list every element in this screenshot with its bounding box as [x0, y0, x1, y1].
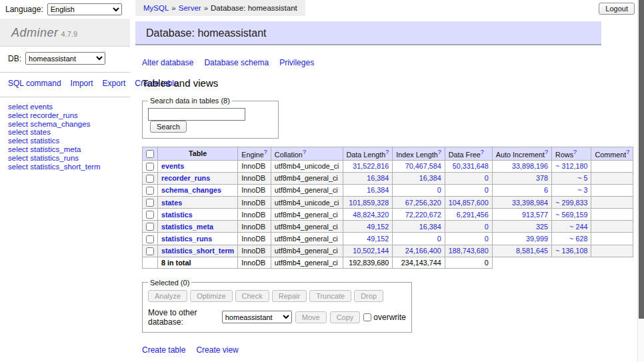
table-name-cell: recorder_runs [158, 172, 238, 184]
table-row: statesInnoDButf8mb4_unicode_ci101,859,32… [143, 197, 633, 209]
sidebar-table-link[interactable]: select schema_changes [8, 120, 90, 128]
total-empty-cell [143, 257, 158, 268]
search-input[interactable] [148, 108, 245, 121]
column-header-table: Table [158, 147, 238, 161]
move-db-select[interactable]: homeassistant [222, 311, 292, 323]
auto-increment-cell: 33,398,984 [492, 197, 551, 209]
breadcrumb-link[interactable]: Server [179, 4, 201, 12]
scrollbar-thumb[interactable] [639, 0, 644, 319]
index-length-cell: 0 [393, 233, 445, 245]
sidebar-link[interactable]: Import [71, 79, 93, 88]
row-checkbox-cell [143, 184, 158, 196]
breadcrumb-separator: » [171, 4, 175, 12]
collation-cell: utf8mb4_unicode_ci [271, 197, 343, 209]
logout-button[interactable]: Logout [599, 3, 635, 15]
sidebar-link[interactable]: Export [103, 79, 126, 88]
data-free-cell: 6,291,456 [445, 209, 492, 221]
breadcrumb-separator: » [204, 4, 208, 12]
table-name-cell: statistics_short_term [158, 245, 238, 257]
drop-button[interactable]: Drop [354, 290, 383, 302]
column-label: Data Length [347, 151, 386, 159]
move-button[interactable]: Move [295, 311, 327, 323]
help-link[interactable]: ? [573, 149, 577, 155]
table-name-link[interactable]: statistics [161, 211, 193, 219]
optimize-button[interactable]: Optimize [190, 290, 232, 302]
repair-button[interactable]: Repair [272, 290, 307, 302]
collation-cell: utf8mb4_general_ci [271, 221, 343, 233]
breadcrumb-link[interactable]: MySQL [143, 4, 169, 12]
index-length-cell: 16,384 [393, 172, 445, 184]
sidebar-table-link[interactable]: select statistics [8, 137, 59, 145]
database-action-link[interactable]: Database schema [204, 58, 269, 67]
row-checkbox[interactable] [146, 235, 154, 243]
data-free-cell: 104,857,600 [445, 197, 492, 209]
sidebar-table-link[interactable]: select statistics_runs [8, 154, 79, 162]
help-link[interactable]: ? [481, 149, 484, 155]
table-name-link[interactable]: statistics_short_term [161, 247, 234, 255]
overwrite-option: overwrite [363, 313, 406, 322]
table-name-link[interactable]: statistics_runs [161, 235, 212, 243]
database-action-link[interactable]: Alter database [142, 58, 193, 67]
row-checkbox[interactable] [146, 187, 154, 195]
collation-cell: utf8mb4_general_ci [271, 172, 343, 184]
table-header-row: TableEngine?Collation?Data Length?Index … [143, 147, 633, 161]
row-checkbox[interactable] [146, 175, 154, 183]
db-select[interactable]: homeassistant [25, 52, 105, 65]
create-link[interactable]: Create view [196, 345, 238, 355]
help-sup: ? [545, 149, 548, 155]
row-checkbox[interactable] [146, 163, 154, 171]
table-row: statistics_short_termInnoDButf8mb4_gener… [143, 245, 633, 257]
table-name-link[interactable]: recorder_runs [161, 174, 210, 182]
sidebar-table-link[interactable]: select recorder_runs [8, 111, 78, 119]
help-link[interactable]: ? [385, 149, 389, 155]
language-select[interactable]: English [47, 3, 122, 15]
column-label: Auto Increment [496, 151, 545, 159]
overwrite-checkbox[interactable] [363, 313, 371, 321]
rows-cell: ~ 312,180 [552, 160, 591, 172]
search-button[interactable]: Search [150, 121, 187, 133]
data-free-cell: 50,331,648 [445, 160, 492, 172]
database-action-link[interactable]: Privileges [279, 58, 314, 67]
help-sup: ? [438, 149, 441, 155]
total-data-free-cell: 0 [445, 257, 492, 268]
row-checkbox[interactable] [146, 223, 154, 231]
data-length-cell: 48,824,320 [343, 209, 393, 221]
collation-cell: utf8mb4_general_ci [271, 233, 343, 245]
analyze-button[interactable]: Analyze [148, 290, 187, 302]
collation-cell: utf8mb4_unicode_ci [271, 160, 343, 172]
help-link[interactable]: ? [626, 149, 629, 155]
check-button[interactable]: Check [235, 290, 269, 302]
engine-cell: InnoDB [238, 221, 271, 233]
help-link[interactable]: ? [545, 149, 548, 155]
truncate-button[interactable]: Truncate [309, 290, 351, 302]
sidebar-table-link[interactable]: select states [8, 128, 51, 136]
db-selector-row: DB: homeassistant [0, 47, 130, 73]
help-link[interactable]: ? [303, 149, 306, 155]
collation-cell: utf8mb4_general_ci [271, 184, 343, 196]
table-name-cell: events [158, 160, 238, 172]
select-all-checkbox[interactable] [146, 150, 154, 158]
row-checkbox[interactable] [146, 247, 154, 255]
table-name-link[interactable]: states [161, 199, 182, 207]
row-checkbox-cell [143, 160, 158, 172]
row-checkbox[interactable] [146, 199, 154, 207]
help-link[interactable]: ? [264, 149, 267, 155]
create-link[interactable]: Create table [142, 345, 185, 355]
table-name-link[interactable]: statistics_meta [161, 223, 213, 231]
data-free-cell: 0 [445, 184, 492, 196]
sidebar-link[interactable]: SQL command [8, 79, 61, 88]
copy-button[interactable]: Copy [330, 311, 361, 323]
vertical-scrollbar[interactable] [637, 0, 644, 362]
data-length-cell: 49,152 [343, 233, 393, 245]
row-checkbox[interactable] [146, 211, 154, 219]
data-length-cell: 16,384 [343, 184, 393, 196]
table-name-link[interactable]: schema_changes [161, 186, 221, 194]
table-body: eventsInnoDButf8mb4_unicode_ci31,522,816… [143, 160, 633, 268]
help-link[interactable]: ? [438, 149, 441, 155]
column-header-auto-increment: Auto Increment? [492, 147, 551, 161]
table-name-link[interactable]: events [161, 162, 184, 170]
sidebar-table-link[interactable]: select events [8, 103, 53, 111]
table-name-cell: statistics_meta [158, 221, 238, 233]
sidebar-table-link[interactable]: select statistics_short_term [8, 163, 101, 171]
sidebar-table-link[interactable]: select statistics_meta [8, 145, 81, 153]
